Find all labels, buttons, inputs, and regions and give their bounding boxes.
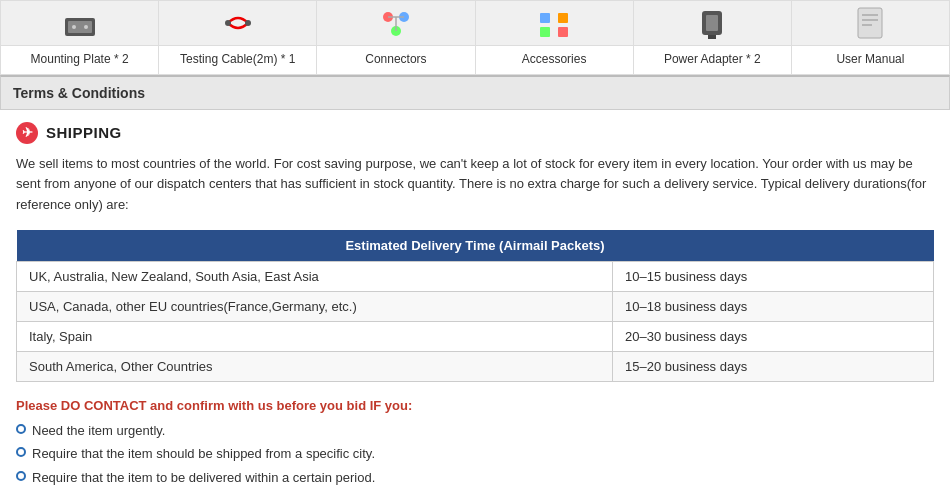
svg-rect-17	[708, 35, 716, 39]
product-item: Accessories	[476, 1, 634, 75]
list-item: Need the item urgently.	[16, 421, 934, 441]
product-item: Testing Cable(2m) * 1	[159, 1, 317, 75]
bullet-icon	[16, 424, 26, 434]
product-image	[317, 1, 474, 46]
svg-point-4	[225, 20, 231, 26]
days-cell: 10–15 business days	[613, 261, 934, 291]
list-item-text: Require that the item to be delivered wi…	[32, 468, 375, 488]
svg-point-3	[84, 25, 88, 29]
delivery-table: Estimated Delivery Time (Airmail Packets…	[16, 230, 934, 382]
list-item-text: Need the item urgently.	[32, 421, 165, 441]
region-cell: USA, Canada, other EU countries(France,G…	[17, 291, 613, 321]
shipping-description: We sell items to most countries of the w…	[16, 154, 934, 216]
bullet-icon	[16, 471, 26, 481]
svg-rect-11	[540, 13, 550, 23]
product-image	[1, 1, 158, 46]
svg-rect-1	[68, 21, 92, 33]
svg-rect-13	[540, 27, 550, 37]
product-label: Testing Cable(2m) * 1	[176, 46, 299, 74]
product-label: Power Adapter * 2	[660, 46, 765, 74]
product-image	[159, 1, 316, 46]
terms-header: Terms & Conditions	[0, 75, 950, 110]
shipping-title-text: SHIPPING	[46, 124, 122, 141]
days-cell: 15–20 business days	[613, 351, 934, 381]
region-cell: Italy, Spain	[17, 321, 613, 351]
product-label: Accessories	[518, 46, 591, 74]
content-area: ✈ SHIPPING We sell items to most countri…	[0, 110, 950, 500]
product-label: User Manual	[832, 46, 908, 74]
svg-point-5	[245, 20, 251, 26]
bullet-icon	[16, 447, 26, 457]
list-item: Require that the item to be delivered wi…	[16, 468, 934, 488]
svg-rect-18	[858, 8, 882, 38]
table-row: UK, Australia, New Zealand, South Asia, …	[17, 261, 934, 291]
list-item-text: Require that the item should be shipped …	[32, 444, 375, 464]
contact-list: Need the item urgently.Require that the …	[16, 421, 934, 488]
table-row: USA, Canada, other EU countries(France,G…	[17, 291, 934, 321]
svg-rect-16	[706, 15, 718, 31]
product-image	[634, 1, 791, 46]
shipping-icon: ✈	[16, 122, 38, 144]
shipping-section-title: ✈ SHIPPING	[16, 122, 934, 144]
products-row: Mounting Plate * 2Testing Cable(2m) * 1C…	[0, 0, 950, 75]
product-label: Mounting Plate * 2	[27, 46, 133, 74]
product-item: Mounting Plate * 2	[1, 1, 159, 75]
list-item: Require that the item should be shipped …	[16, 444, 934, 464]
product-item: Power Adapter * 2	[634, 1, 792, 75]
region-cell: South America, Other Countries	[17, 351, 613, 381]
product-image	[792, 1, 949, 46]
product-label: Connectors	[361, 46, 430, 74]
svg-rect-14	[558, 27, 568, 37]
region-cell: UK, Australia, New Zealand, South Asia, …	[17, 261, 613, 291]
product-image	[476, 1, 633, 46]
table-row: Italy, Spain20–30 business days	[17, 321, 934, 351]
contact-notice: Please DO CONTACT and confirm with us be…	[16, 398, 934, 413]
table-header: Estimated Delivery Time (Airmail Packets…	[17, 230, 934, 262]
days-cell: 20–30 business days	[613, 321, 934, 351]
table-row: South America, Other Countries15–20 busi…	[17, 351, 934, 381]
days-cell: 10–18 business days	[613, 291, 934, 321]
product-item: Connectors	[317, 1, 475, 75]
product-item: User Manual	[792, 1, 950, 75]
svg-point-2	[72, 25, 76, 29]
svg-rect-12	[558, 13, 568, 23]
